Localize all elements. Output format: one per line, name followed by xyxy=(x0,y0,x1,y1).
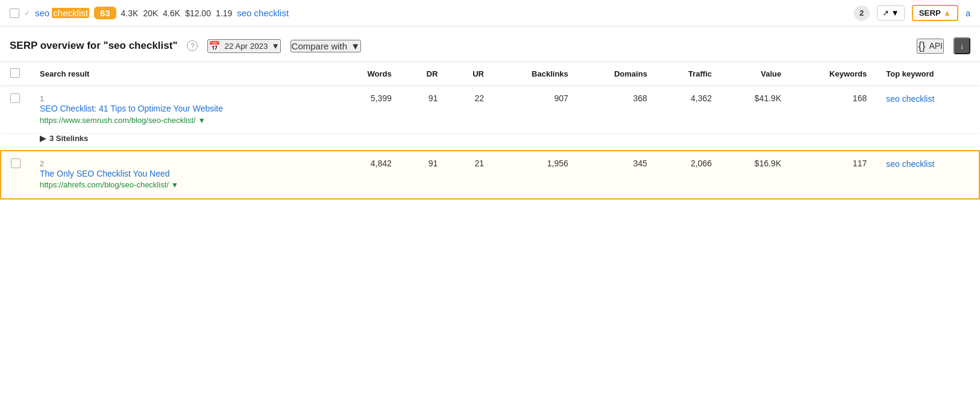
badge-count: 2 xyxy=(854,5,870,21)
sitelinks-toggle[interactable]: ▶ 3 Sitelinks xyxy=(40,134,970,143)
stat-cpc: $12.00 xyxy=(185,8,211,18)
table-row: 2 The Only SEO Checklist You Need https:… xyxy=(1,151,979,199)
api-label: API xyxy=(929,41,943,51)
row1-words: 5,399 xyxy=(336,86,401,134)
serp-button[interactable]: SERP ▲ xyxy=(912,5,959,21)
sitelinks-arrow-icon: ▶ xyxy=(40,134,46,143)
th-ur: UR xyxy=(447,62,494,86)
row2-top-keyword: seo checklist xyxy=(876,151,979,199)
row1-top-keyword: seo checklist xyxy=(876,86,979,134)
row1-url-arrow-icon: ▼ xyxy=(198,116,206,125)
compare-chevron-icon: ▼ xyxy=(351,41,360,51)
th-dr: DR xyxy=(401,62,448,86)
th-words: Words xyxy=(336,62,401,86)
keyword-bar: ✓ seo checklist 63 4.3K 20K 4.6K $12.00 … xyxy=(0,0,980,27)
overview-header: SERP overview for "seo checklist" ? 📅 22… xyxy=(0,27,980,62)
trend-chevron: ▼ xyxy=(891,8,899,17)
row1-ur: 22 xyxy=(447,86,494,134)
overview-title: SERP overview for "seo checklist" xyxy=(10,40,177,52)
row2-checkbox-cell xyxy=(1,151,30,199)
sitelinks-label: 3 Sitelinks xyxy=(49,134,88,143)
table-row: 1 SEO Checklist: 41 Tips to Optimize You… xyxy=(1,86,979,134)
row2-title-link[interactable]: The Only SEO Checklist You Need xyxy=(40,168,326,180)
row1-top-keyword-link[interactable]: seo checklist xyxy=(886,93,970,105)
trend-icon: ↗ xyxy=(882,8,889,17)
row1-backlinks: 907 xyxy=(494,86,578,134)
date-chevron-icon: ▼ xyxy=(271,42,279,51)
row2-checkbox[interactable] xyxy=(11,159,20,168)
sitelinks-empty-check xyxy=(1,133,30,151)
check-icon: ✓ xyxy=(24,9,30,17)
th-domains: Domains xyxy=(578,62,657,86)
row1-result-cell: 1 SEO Checklist: 41 Tips to Optimize You… xyxy=(30,86,336,134)
row2-dr: 91 xyxy=(401,151,448,199)
th-keywords: Keywords xyxy=(791,62,876,86)
score-badge: 63 xyxy=(94,7,116,19)
overview-header-right: {} API ↓ xyxy=(917,37,970,54)
row2-traffic: 2,066 xyxy=(657,151,721,199)
trend-button[interactable]: ↗ ▼ xyxy=(877,5,905,20)
keyword-bar-left: ✓ seo checklist 63 4.3K 20K 4.6K $12.00 … xyxy=(10,7,289,19)
row1-rank: 1 xyxy=(40,94,44,103)
row2-backlinks: 1,956 xyxy=(494,151,578,199)
related-keyword-link[interactable]: seo checklist xyxy=(237,8,289,18)
stat-3: 4.6K xyxy=(163,8,180,18)
stat-volume: 4.3K xyxy=(121,8,139,18)
row1-traffic: 4,362 xyxy=(657,86,721,134)
th-search-result: Search result xyxy=(30,62,336,86)
date-label: 22 Apr 2023 xyxy=(224,42,268,51)
row2-top-keyword-link[interactable]: seo checklist xyxy=(886,159,969,171)
th-value: Value xyxy=(721,62,791,86)
row2-words: 4,842 xyxy=(336,151,401,199)
row1-title-link[interactable]: SEO Checklist: 41 Tips to Optimize Your … xyxy=(40,103,326,115)
serp-label: SERP xyxy=(919,8,941,17)
row2-result-cell: 2 The Only SEO Checklist You Need https:… xyxy=(30,151,336,199)
extra-label: a xyxy=(966,8,970,18)
api-braces-icon: {} xyxy=(918,40,925,52)
table-header-row: Search result Words DR UR Backlinks Doma… xyxy=(1,62,979,86)
sitelinks-cell: ▶ 3 Sitelinks xyxy=(30,133,979,151)
api-button[interactable]: {} API xyxy=(917,39,944,54)
download-button[interactable]: ↓ xyxy=(953,37,970,54)
row1-checkbox[interactable] xyxy=(10,93,20,103)
row1-dr: 91 xyxy=(401,86,448,134)
compare-button[interactable]: Compare with ▼ xyxy=(291,40,361,52)
sitelinks-row: ▶ 3 Sitelinks xyxy=(1,133,979,151)
th-checkbox xyxy=(1,62,30,86)
row2-domains: 345 xyxy=(578,151,657,199)
stat-5: 1.19 xyxy=(216,8,232,18)
row2-url-row: https://ahrefs.com/blog/seo-checklist/ ▼ xyxy=(40,180,326,190)
row2-url-arrow-icon: ▼ xyxy=(171,181,178,189)
help-icon[interactable]: ? xyxy=(187,40,198,51)
date-button[interactable]: 📅 22 Apr 2023 ▼ xyxy=(207,39,280,53)
keyword-highlight: checklist xyxy=(52,8,89,18)
row2-value: $16.9K xyxy=(721,151,791,199)
download-icon: ↓ xyxy=(960,42,964,51)
row1-value: $41.9K xyxy=(721,86,791,134)
keyword-bar-right: 2 ↗ ▼ SERP ▲ a xyxy=(854,5,971,21)
compare-label: Compare with xyxy=(292,41,348,51)
row2-url-link[interactable]: https://ahrefs.com/blog/seo-checklist/ xyxy=(40,180,169,190)
row1-keywords: 168 xyxy=(791,86,876,134)
row2-rank: 2 xyxy=(40,159,44,168)
results-table: Search result Words DR UR Backlinks Doma… xyxy=(0,62,980,200)
row2-ur: 21 xyxy=(447,151,494,199)
calendar-icon: 📅 xyxy=(209,40,221,52)
header-checkbox[interactable] xyxy=(10,68,20,78)
row2-keywords: 117 xyxy=(791,151,876,199)
th-backlinks: Backlinks xyxy=(494,62,578,86)
th-top-keyword: Top keyword xyxy=(876,62,979,86)
row1-domains: 368 xyxy=(578,86,657,134)
row1-checkbox-cell xyxy=(1,86,30,134)
serp-arrow-icon: ▲ xyxy=(943,8,951,17)
row1-url-link[interactable]: https://www.semrush.com/blog/seo-checkli… xyxy=(40,115,196,126)
row-checkbox[interactable] xyxy=(10,8,19,18)
stat-2: 20K xyxy=(143,8,158,18)
keyword-link[interactable]: seo checklist xyxy=(35,8,89,18)
th-traffic: Traffic xyxy=(657,62,721,86)
row1-url-row: https://www.semrush.com/blog/seo-checkli… xyxy=(40,115,326,126)
